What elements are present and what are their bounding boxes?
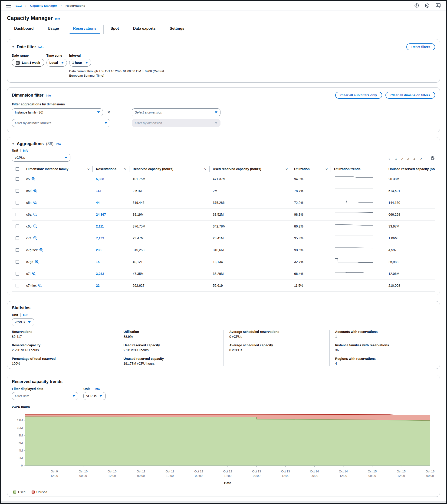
- reservations-count-link[interactable]: 24,367: [93, 213, 129, 216]
- tab[interactable]: Settings: [163, 25, 192, 34]
- used-reserved-capacity-value: 310,661: [210, 248, 291, 252]
- reservations-count-link[interactable]: 2,111: [93, 224, 129, 228]
- trend-filter-select[interactable]: Filter data: [12, 392, 78, 400]
- date-range-picker[interactable]: Last 1 week: [12, 59, 44, 67]
- dimension-filter-info-link[interactable]: Info: [46, 94, 51, 97]
- dimension-select[interactable]: Instance family (36): [12, 108, 103, 116]
- reservations-count-link[interactable]: 22: [93, 284, 129, 288]
- tab[interactable]: Usage: [41, 25, 66, 34]
- legend-item[interactable]: Used: [13, 490, 26, 494]
- stat-label: Percentage of total reserved: [12, 357, 112, 360]
- aggregations-title: Aggregations: [17, 141, 44, 146]
- tab[interactable]: Data exports: [126, 25, 163, 34]
- select-all-checkbox[interactable]: [16, 167, 19, 171]
- interval-select[interactable]: 1 hour: [69, 59, 91, 67]
- zoom-in-icon[interactable]: [39, 248, 43, 252]
- cloudshell-icon[interactable]: [436, 3, 441, 8]
- zoom-in-icon[interactable]: [33, 189, 38, 193]
- instance-family-sub-filter-select[interactable]: Filter by instance families: [12, 119, 110, 127]
- zoom-in-icon[interactable]: [35, 260, 39, 264]
- next-page-button[interactable]: ›: [418, 156, 424, 161]
- reservations-count-link[interactable]: 238: [93, 248, 129, 252]
- column-header-reserved-capacity[interactable]: Reserved capacity (hours)▽: [129, 166, 210, 172]
- utilization-value: 32.7%: [291, 260, 331, 264]
- trend-unit-select[interactable]: vCPUs: [83, 392, 106, 400]
- zoom-in-icon[interactable]: [32, 272, 36, 276]
- tab[interactable]: Reservations: [66, 25, 104, 34]
- zoom-in-icon[interactable]: [33, 200, 38, 205]
- unused-reserved-capacity-value: 144,160: [385, 201, 435, 204]
- page-title: Capacity Manager: [7, 15, 53, 21]
- tab[interactable]: Dashboard: [7, 25, 41, 34]
- previous-page-button[interactable]: ‹: [387, 156, 392, 161]
- app-window: EC2 › Capacity Manager › Reservations Ca…: [0, 0, 447, 504]
- row-checkbox[interactable]: [16, 236, 19, 240]
- unit-select[interactable]: vCPUs: [12, 154, 70, 162]
- reservations-count-link[interactable]: 3,262: [93, 272, 129, 276]
- hamburger-menu-icon[interactable]: [6, 4, 11, 7]
- legend-item[interactable]: Unused: [32, 490, 47, 494]
- column-header-used-reserved-capacity[interactable]: Used reserved capacity (hours)▽: [210, 166, 291, 172]
- info-icon[interactable]: [414, 3, 419, 8]
- utilization-trend-sparkline: [334, 211, 374, 218]
- reservations-count-link[interactable]: 113: [93, 189, 129, 193]
- row-checkbox[interactable]: [16, 272, 19, 276]
- stat-value: 2.29B vCPU hours: [12, 348, 112, 352]
- tab[interactable]: Spot: [103, 25, 126, 34]
- legend-swatch: [32, 490, 35, 494]
- zoom-in-icon[interactable]: [33, 212, 38, 216]
- utilization-value: 11.5%: [291, 284, 331, 288]
- row-checkbox[interactable]: [16, 189, 19, 193]
- collapse-arrow-icon[interactable]: ▼: [12, 46, 14, 48]
- unit-info-link[interactable]: Info: [23, 149, 28, 152]
- collapse-arrow-icon[interactable]: ▼: [12, 143, 14, 145]
- reset-filters-button[interactable]: Reset filters: [406, 43, 435, 50]
- table-preferences-gear-icon[interactable]: [430, 156, 435, 161]
- row-checkbox[interactable]: [16, 260, 19, 264]
- stats-unit-select[interactable]: vCPUs: [12, 318, 34, 326]
- svg-text:12:00: 12:00: [108, 474, 116, 478]
- page-number-button[interactable]: 4: [411, 156, 417, 162]
- breadcrumb-ec2-link[interactable]: EC2: [16, 4, 22, 7]
- page-number-button[interactable]: 3: [405, 156, 411, 162]
- zoom-in-icon[interactable]: [33, 224, 38, 228]
- time-zone-select[interactable]: Local: [46, 59, 67, 67]
- row-checkbox[interactable]: [16, 248, 19, 252]
- page-title-info-link[interactable]: Info: [55, 18, 60, 21]
- reservations-count-link[interactable]: 44: [93, 201, 129, 204]
- zoom-in-icon[interactable]: [31, 177, 36, 181]
- row-checkbox[interactable]: [16, 213, 19, 216]
- interval-label: Interval: [69, 54, 169, 57]
- zoom-in-icon[interactable]: [38, 284, 42, 288]
- breadcrumb-capacity-manager-link[interactable]: Capacity Manager: [30, 4, 57, 7]
- row-checkbox[interactable]: [16, 177, 19, 181]
- settings-gear-icon[interactable]: [425, 3, 429, 8]
- page-number-button[interactable]: 1: [393, 156, 399, 162]
- reservations-count-link[interactable]: 7,133: [93, 236, 129, 240]
- instance-family-name: c5n: [26, 201, 32, 204]
- utilization-trend-sparkline: [334, 222, 374, 230]
- row-checkbox[interactable]: [16, 224, 19, 228]
- reservations-count-link[interactable]: 15: [93, 260, 129, 264]
- column-header-reservations[interactable]: Reservations▽: [93, 166, 129, 172]
- date-range-label: Date range: [12, 54, 44, 57]
- column-header-dimension[interactable]: Dimension: Instance family▽: [23, 166, 93, 172]
- clear-dimension-filters-button[interactable]: Clear all dimension filters: [386, 92, 435, 99]
- clear-sub-filters-button[interactable]: Clear all sub filters only: [335, 92, 382, 99]
- page-number-button[interactable]: 2: [399, 156, 405, 162]
- row-checkbox[interactable]: [16, 201, 19, 204]
- date-filter-info-link[interactable]: Info: [38, 46, 43, 49]
- instance-family-name: c5d: [26, 189, 32, 193]
- reservations-count-link[interactable]: 5,308: [93, 177, 129, 181]
- zoom-in-icon[interactable]: [33, 236, 38, 240]
- stat-value: 88.9%: [124, 335, 218, 339]
- divider: [20, 313, 21, 317]
- unused-reserved-capacity-value: 20.38M: [385, 177, 435, 181]
- aggregations-info-link[interactable]: Info: [56, 143, 61, 146]
- select-dimension-select[interactable]: Select a dimension: [132, 108, 220, 116]
- row-checkbox[interactable]: [16, 284, 19, 288]
- column-header-utilization[interactable]: Utilization▽: [291, 166, 331, 172]
- trend-unit-info-link[interactable]: Info: [95, 387, 100, 391]
- remove-dimension-icon[interactable]: ✕: [106, 110, 112, 115]
- stats-unit-info-link[interactable]: Info: [23, 314, 28, 317]
